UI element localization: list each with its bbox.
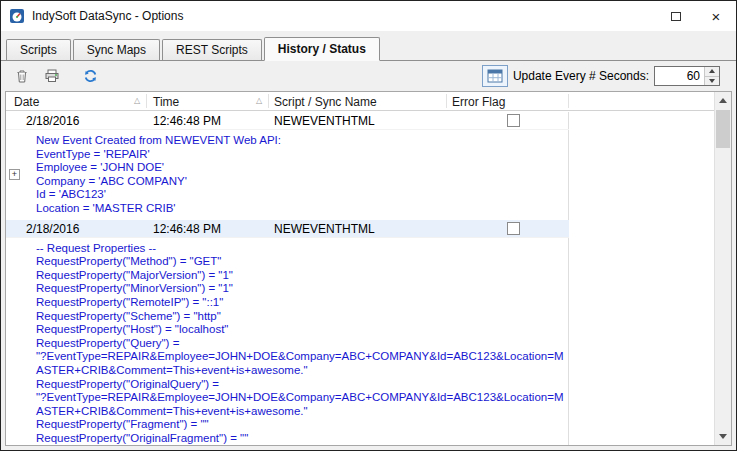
cell-date: 2/18/2016 — [26, 222, 79, 236]
error-flag-checkbox[interactable] — [507, 114, 520, 127]
update-interval-label: Update Every # Seconds: — [513, 69, 649, 83]
printer-icon — [44, 68, 60, 84]
scroll-down-button[interactable] — [715, 428, 731, 445]
column-header-script[interactable]: Script / Sync Name — [274, 95, 377, 109]
refresh-button[interactable] — [77, 64, 103, 88]
scroll-down-icon — [719, 434, 727, 439]
tab-scripts[interactable]: Scripts — [6, 39, 71, 60]
cell-time: 12:46:48 PM — [153, 114, 221, 128]
trash-icon — [14, 68, 30, 84]
grid-header: Date △ Time △ Script / Sync Name Error F… — [6, 92, 714, 111]
tab-page: Update Every # Seconds: Date △ Time △ Sc… — [1, 60, 736, 450]
detail-line: RequestProperty("MajorVersion") = "1" — [36, 269, 567, 283]
scrollbar-thumb[interactable] — [716, 110, 730, 148]
table-row[interactable]: 2/18/2016 12:46:48 PM NEWEVENTHTML — [6, 112, 569, 130]
detail-line: RequestProperty("MinorVersion") = "1" — [36, 282, 567, 296]
scroll-up-icon — [719, 98, 727, 103]
spin-down-button[interactable] — [705, 76, 719, 86]
delete-button[interactable] — [9, 64, 35, 88]
detail-line: RequestProperty("OriginalQuery") = — [36, 378, 567, 392]
detail-line: RequestProperty("Host") = "localhost" — [36, 323, 567, 337]
vertical-scrollbar[interactable] — [714, 92, 731, 445]
update-interval-spinner — [654, 66, 720, 86]
detail-line: RequestProperty("Query") = — [36, 337, 567, 351]
detail-line: RequestProperty("OriginalFragment") = "" — [36, 432, 567, 445]
history-grid: Date △ Time △ Script / Sync Name Error F… — [5, 91, 732, 446]
window-controls: × — [656, 1, 736, 31]
detail-line: Company = 'ABC COMPANY' — [36, 175, 567, 189]
detail-line: "?EventType=REPAIR&Employee=JOHN+DOE&Com… — [36, 391, 567, 418]
column-header-error-flag[interactable]: Error Flag — [452, 95, 505, 109]
column-header-time[interactable]: Time — [153, 95, 179, 109]
cell-script: NEWEVENTHTML — [274, 222, 375, 236]
sort-asc-icon: △ — [256, 96, 262, 105]
detail-line: Id = 'ABC123' — [36, 188, 567, 202]
detail-line: "?EventType=REPAIR&Employee=JOHN+DOE&Com… — [36, 350, 567, 377]
grid-icon — [487, 69, 503, 83]
column-header-date[interactable]: Date — [14, 95, 39, 109]
tab-sync-maps[interactable]: Sync Maps — [73, 39, 160, 60]
spin-down-icon — [709, 79, 715, 83]
maximize-button[interactable] — [656, 1, 696, 31]
detail-block: -- Request Properties -- RequestProperty… — [6, 238, 569, 445]
print-button[interactable] — [39, 64, 65, 88]
error-flag-checkbox[interactable] — [507, 222, 520, 235]
spin-up-button[interactable] — [705, 67, 719, 76]
tabstrip: Scripts Sync Maps REST Scripts History /… — [1, 31, 736, 60]
window-title: IndySoft DataSync - Options — [32, 9, 183, 23]
detail-line: RequestProperty("Scheme") = "http" — [36, 310, 567, 324]
close-icon: × — [712, 9, 721, 24]
close-button[interactable]: × — [696, 1, 736, 31]
detail-line: RequestProperty("Fragment") = "" — [36, 418, 567, 432]
spinner-buttons — [704, 67, 719, 85]
tab-history-status[interactable]: History / Status — [264, 37, 380, 61]
cell-time: 12:46:48 PM — [153, 222, 221, 236]
detail-line: RequestProperty("Method") = "GET" — [36, 255, 567, 269]
titlebar: IndySoft DataSync - Options × — [1, 1, 736, 31]
auto-update-toggle[interactable] — [482, 65, 508, 87]
detail-line: Employee = 'JOHN DOE' — [36, 161, 567, 175]
detail-line: Location = 'MASTER CRIB' — [36, 202, 567, 216]
detail-line: New Event Created from NEWEVENT Web API: — [36, 134, 567, 148]
cell-date: 2/18/2016 — [26, 114, 79, 128]
collapse-expander[interactable]: + — [9, 169, 20, 180]
update-interval-group: Update Every # Seconds: — [482, 65, 720, 87]
table-row[interactable]: 2/18/2016 12:46:48 PM NEWEVENTHTML — [6, 220, 569, 238]
detail-line: -- Request Properties -- — [36, 242, 567, 256]
grid-body: 2/18/2016 12:46:48 PM NEWEVENTHTML + New… — [6, 112, 714, 445]
detail-line: RequestProperty("RemoteIP") = "::1" — [36, 296, 567, 310]
scroll-up-button[interactable] — [715, 92, 731, 109]
refresh-icon — [82, 68, 99, 84]
cell-script: NEWEVENTHTML — [274, 114, 375, 128]
maximize-icon — [671, 12, 681, 21]
app-icon — [9, 8, 25, 24]
detail-line: EventType = 'REPAIR' — [36, 148, 567, 162]
window: IndySoft DataSync - Options × Scripts Sy… — [0, 0, 737, 451]
detail-block: + New Event Created from NEWEVENT Web AP… — [6, 130, 569, 220]
sort-asc-icon: △ — [134, 96, 140, 105]
spin-up-icon — [709, 69, 715, 73]
tab-rest-scripts[interactable]: REST Scripts — [162, 39, 262, 60]
toolbar: Update Every # Seconds: — [1, 61, 736, 91]
